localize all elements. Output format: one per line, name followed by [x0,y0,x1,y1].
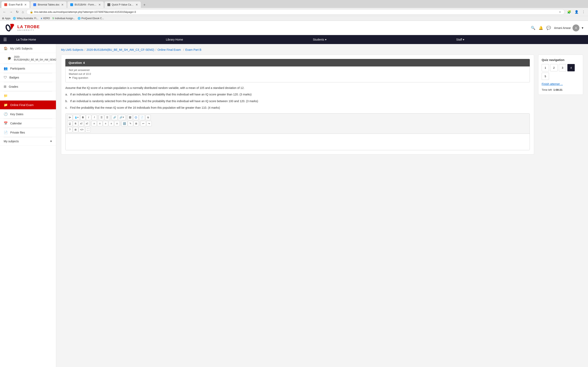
new-tab-button[interactable]: + [141,2,148,8]
tab-bar: Exam Part B ✕ Binomial Tables.doc ✕ BUS1… [0,0,588,8]
bookmark-label: Wiley Australia: Fi... [17,17,38,20]
info-dropdown-btn[interactable]: ℹ ▾ [67,115,72,120]
align-center-btn[interactable]: ≡ [97,121,103,126]
nav-item-library-home[interactable]: Library Home [160,35,189,44]
undo-btn[interactable]: ↩ [141,121,146,126]
extensions-button[interactable]: 🧩 [566,9,572,15]
time-left-label: Time left [542,88,552,91]
edit-btn[interactable]: ✎ [128,121,133,126]
quiz-nav-btn-5[interactable]: 5 [542,73,549,80]
italic-btn[interactable]: I [86,115,91,120]
table-btn[interactable]: ⊞ [134,121,139,126]
sidebar-item-my-lms-subjects[interactable]: 🏠 My LMS Subjects [0,44,56,53]
unordered-list-btn[interactable]: ☰ [99,115,104,120]
tab-close-icon[interactable]: ✕ [98,3,101,6]
bookmark-wiley[interactable]: 🌐 Wiley Australia: Fi... [13,17,38,20]
address-bar[interactable]: 🔒 lms.latrobe.edu.au/mod/quiz/attempt.ph… [26,9,565,15]
align-left-btn[interactable]: ≡ [91,121,97,126]
superscript-btn[interactable]: x2 [84,121,90,126]
part-c-text: Find the probability that the mean IQ sc… [70,106,220,109]
strikethrough-btn[interactable]: S [73,121,78,126]
breadcrumb-online-exam[interactable]: Online Final Exam [157,48,181,51]
sidebar-item-folder[interactable]: 📁 [0,91,56,100]
grid-btn[interactable]: ⊞ [73,127,78,132]
browser-tab-tab3[interactable]: BUS1BAN - Formula Sheet.pdf ✕ [67,1,104,8]
align-right-btn[interactable]: ≡ [103,121,108,126]
editor-container: ℹ ▾ 💧▾ B I I ☰ ☰ 🔗 🔗✗ 🖼 [65,113,530,150]
home-button[interactable]: ⌂ [21,9,25,15]
bookmark-icon: S [52,17,54,20]
sidebar-item-key-dates[interactable]: 🕐 Key Dates [0,110,56,119]
message-icon[interactable]: 💬 [546,26,551,30]
back-button[interactable]: ← [2,9,7,15]
fullscreen-btn[interactable]: ⛶ [85,127,91,132]
unlink-btn[interactable]: 🔗✗ [118,115,126,120]
notification-icon[interactable]: 🔔 [539,26,543,30]
search-icon[interactable]: 🔍 [531,26,535,30]
browser-tab-tab4[interactable]: Quick P-Value Calculators ✕ [104,1,141,8]
bookmark-apps[interactable]: ⊞ Apps [2,17,10,20]
calculator-btn[interactable]: 🔢 [121,121,127,126]
breadcrumb-subject[interactable]: 2020-BUS1BAN(BU_BE_MI_SH_AW_C3_CF-SEM2) [86,48,154,51]
user-area[interactable]: Amani Anwar A ▼ [554,25,584,31]
bold-btn[interactable]: B [80,115,86,120]
browser-tab-tab1[interactable]: Exam Part B ✕ [1,1,30,8]
sidebar-item-badges[interactable]: 🛡 Badges [0,73,56,82]
color-dropdown-btn[interactable]: 💧▾ [73,115,80,120]
nav-label: La Trobe Home [16,38,36,41]
sidebar-item-online-final-exam[interactable]: 📁 Online Final Exam [0,100,56,109]
bookmark-label: Apps [5,17,10,20]
finish-attempt-link[interactable]: Finish attempt ... [542,82,580,86]
quiz-nav-btn-1[interactable]: 1 [542,64,549,71]
bookmark-icon: 🌐 [78,17,81,20]
sidebar-label: Participants [10,67,25,70]
quiz-nav-btn-2[interactable]: 2 [550,64,558,71]
help-btn[interactable]: ? [67,127,72,132]
indent-btn[interactable]: ≡ [114,121,120,126]
user-dropdown-icon: ▼ [581,26,584,30]
nav-item-latrobe-home[interactable]: La Trobe Home [10,35,42,44]
quiz-nav-btn-3[interactable]: 3 [559,64,566,71]
record-btn[interactable]: ⊙ [133,115,139,120]
lms-logo: LA TROBE UNIVERSITY [4,23,40,33]
underline-btn[interactable]: U [67,121,72,126]
editor-body[interactable] [66,134,530,150]
image-btn[interactable]: 🖼 [127,115,133,120]
sidebar-item-private-files[interactable]: 📄 Private files [0,128,56,137]
tab-close-icon[interactable]: ✕ [61,3,64,6]
nav-item-staff[interactable]: Staff ▾ [450,35,471,44]
sidebar-item-subject[interactable]: 🎓 2020-BUS1BAN(BU_BE_MI_SH_AW_SEM2) [0,53,56,64]
breadcrumb-my-lms[interactable]: My LMS Subjects [61,48,83,51]
quiz-nav-btn-4[interactable]: 4 [567,64,575,71]
link-btn[interactable]: 🔗 [112,115,118,120]
hamburger-icon[interactable]: ☰ [0,37,10,42]
tab-close-icon[interactable]: ✕ [24,3,27,6]
sidebar-item-calendar[interactable]: 📅 Calendar [0,119,56,128]
browser-tab-tab2[interactable]: Binomial Tables.doc ✕ [30,1,67,8]
code-btn[interactable]: </> [79,127,85,132]
ordered-list-btn[interactable]: ☰ [104,115,110,120]
tab-close-icon[interactable]: ✕ [136,3,138,6]
align-justify-btn[interactable]: ≡ [109,121,114,126]
file-btn[interactable]: 📄 [139,115,145,120]
forward-button[interactable]: → [9,9,13,15]
sidebar-item-my-subjects[interactable]: My subjects ▼ [0,137,56,146]
address-bar-row: ← → ↻ ⌂ 🔒 lms.latrobe.edu.au/mod/quiz/at… [0,8,588,16]
nav-item-students[interactable]: Students ▾ [307,35,332,44]
reload-button[interactable]: ↻ [15,9,19,15]
profile-button[interactable]: 👤 [574,9,579,15]
my-subjects-chevron-icon: ▼ [50,140,52,143]
redo-btn[interactable]: ↪ [146,121,152,126]
sidebar-item-grades[interactable]: ⊞ Grades [0,82,56,91]
subscript-btn[interactable]: x2 [79,121,84,126]
menu-button[interactable]: ⋮ [581,9,586,15]
breadcrumb-exam-part-b[interactable]: Exam Part B [185,48,201,51]
copy-btn[interactable]: ⧉ [145,115,151,120]
italic2-btn[interactable]: I [92,115,97,120]
flag-question-row[interactable]: ⚑ Flag question [69,76,526,79]
bookmark-xero[interactable]: x XERO [41,17,50,20]
sidebar-item-participants[interactable]: 👥 Participants [0,64,56,73]
quiz-nav-sidebar: Quiz navigation 12345 Finish attempt ...… [538,55,583,155]
bookmark-individual[interactable]: S Individual Assign... [52,17,75,20]
bookmark-proquest[interactable]: 🌐 ProQuest Ebook C... [78,17,104,20]
